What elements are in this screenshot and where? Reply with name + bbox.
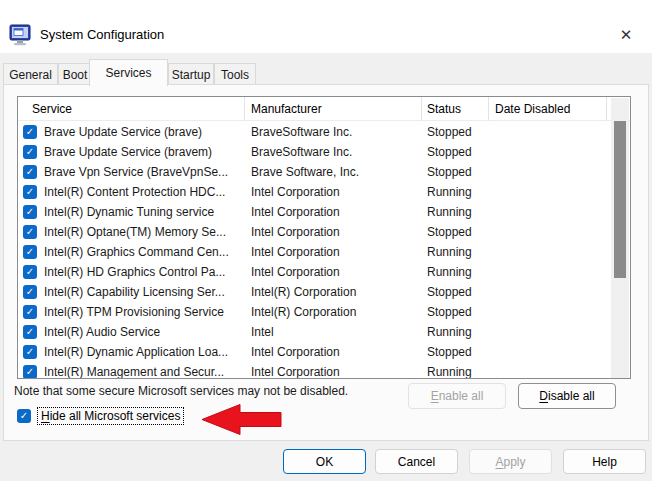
column-header-date-disabled[interactable]: Date Disabled	[489, 97, 607, 121]
service-manufacturer: Intel	[251, 325, 274, 339]
tab-startup[interactable]: Startup	[168, 63, 214, 85]
service-table-row[interactable]: ✓ Intel(R) Capability Licensing Ser... I…	[18, 282, 611, 302]
service-manufacturer: Intel Corporation	[251, 205, 340, 219]
service-checkbox[interactable]: ✓	[23, 345, 37, 359]
tab-boot[interactable]: Boot	[58, 63, 92, 85]
cancel-label: Cancel	[398, 455, 435, 469]
tab-tools[interactable]: Tools	[214, 63, 256, 85]
service-name: Intel(R) Optane(TM) Memory Se...	[44, 225, 226, 239]
service-status: Running	[427, 325, 472, 339]
service-status: Running	[427, 265, 472, 279]
service-table-row[interactable]: ✓ Intel(R) Graphics Command Cen... Intel…	[18, 242, 611, 262]
service-name: Brave Update Service (brave)	[44, 125, 202, 139]
note-text: Note that some secure Microsoft services…	[14, 384, 348, 398]
service-table-row[interactable]: ✓ Brave Update Service (bravem) BraveSof…	[18, 142, 611, 162]
service-checkbox[interactable]: ✓	[23, 305, 37, 319]
tab-services[interactable]: Services	[89, 59, 168, 86]
service-name: Intel(R) Graphics Command Cen...	[44, 245, 229, 259]
service-checkbox[interactable]: ✓	[23, 165, 37, 179]
service-table-row[interactable]: ✓ Intel(R) TPM Provisioning Service Inte…	[18, 302, 611, 322]
system-configuration-dialog: System Configuration ✕ General Boot Serv…	[0, 0, 652, 481]
column-header-service[interactable]: Service	[18, 97, 245, 121]
column-header-status[interactable]: Status	[422, 97, 489, 121]
service-table-row[interactable]: ✓ Intel(R) Content Protection HDC... Int…	[18, 182, 611, 202]
service-name: Intel(R) Content Protection HDC...	[44, 185, 225, 199]
service-checkbox[interactable]: ✓	[23, 225, 37, 239]
title-bar: System Configuration ✕	[0, 0, 652, 53]
service-manufacturer: Intel Corporation	[251, 265, 340, 279]
service-manufacturer: Intel Corporation	[251, 365, 340, 378]
service-manufacturer: BraveSoftware Inc.	[251, 125, 352, 139]
service-table-row[interactable]: ✓ Brave Vpn Service (BraveVpnSe... Brave…	[18, 162, 611, 182]
service-checkbox[interactable]: ✓	[23, 265, 37, 279]
disable-all-label: Disable all	[539, 389, 594, 403]
service-status: Stopped	[427, 345, 472, 359]
service-checkbox[interactable]: ✓	[23, 325, 37, 339]
service-checkbox[interactable]: ✓	[23, 285, 37, 299]
service-table-row[interactable]: ✓ Intel(R) Optane(TM) Memory Se... Intel…	[18, 222, 611, 242]
check-icon: ✓	[26, 247, 34, 257]
column-header-manufacturer[interactable]: Manufacturer	[245, 97, 422, 121]
service-status: Stopped	[427, 165, 472, 179]
service-manufacturer: BraveSoftware Inc.	[251, 145, 352, 159]
enable-all-button[interactable]: Enable all	[408, 383, 506, 409]
service-status: Stopped	[427, 225, 472, 239]
services-tab-page: Service Manufacturer Status Date Disable…	[3, 84, 649, 441]
check-icon: ✓	[26, 327, 34, 337]
service-name: Intel(R) Management and Secur...	[44, 365, 224, 378]
service-table-row[interactable]: ✓ Brave Update Service (brave) BraveSoft…	[18, 122, 611, 142]
disable-all-button[interactable]: Disable all	[518, 383, 616, 409]
service-name: Intel(R) Dynamic Application Loa...	[44, 345, 228, 359]
hide-microsoft-checkbox[interactable]: ✓	[17, 409, 31, 423]
tab-startup-label: Startup	[172, 68, 211, 82]
help-label: Help	[592, 455, 617, 469]
service-checkbox[interactable]: ✓	[23, 145, 37, 159]
service-checkbox[interactable]: ✓	[23, 185, 37, 199]
check-icon: ✓	[26, 347, 34, 357]
service-table-row[interactable]: ✓ Intel(R) Dynamic Tuning service Intel …	[18, 202, 611, 222]
help-button[interactable]: Help	[563, 449, 646, 474]
service-table-body: ✓ Brave Update Service (brave) BraveSoft…	[18, 122, 611, 378]
tab-services-label: Services	[105, 66, 151, 80]
hide-microsoft-label[interactable]: Hide all Microsoft services	[37, 407, 184, 425]
service-manufacturer: Intel(R) Corporation	[251, 305, 356, 319]
msconfig-monitor-icon	[9, 24, 33, 46]
service-table-row[interactable]: ✓ Intel(R) Audio Service Intel Running	[18, 322, 611, 342]
dialog-footer: OK Cancel Apply Help	[0, 441, 652, 481]
service-status: Running	[427, 185, 472, 199]
check-icon: ✓	[26, 187, 34, 197]
service-name: Intel(R) TPM Provisioning Service	[44, 305, 224, 319]
service-status: Stopped	[427, 145, 472, 159]
service-name: Intel(R) Capability Licensing Ser...	[44, 285, 225, 299]
apply-button[interactable]: Apply	[469, 449, 552, 474]
check-icon: ✓	[26, 147, 34, 157]
scrollbar-thumb[interactable]	[614, 121, 626, 278]
service-checkbox[interactable]: ✓	[23, 205, 37, 219]
service-table-row[interactable]: ✓ Intel(R) Management and Secur... Intel…	[18, 362, 611, 378]
service-manufacturer: Intel Corporation	[251, 185, 340, 199]
hide-microsoft-checkbox-row[interactable]: ✓ Hide all Microsoft services	[17, 407, 184, 425]
service-table-row[interactable]: ✓ Intel(R) Dynamic Application Loa... In…	[18, 342, 611, 362]
service-manufacturer: Intel Corporation	[251, 345, 340, 359]
service-status: Stopped	[427, 285, 472, 299]
service-checkbox[interactable]: ✓	[23, 245, 37, 259]
service-manufacturer: Intel Corporation	[251, 225, 340, 239]
service-table-row[interactable]: ✓ Intel(R) HD Graphics Control Pa... Int…	[18, 262, 611, 282]
cancel-button[interactable]: Cancel	[375, 449, 458, 474]
tab-general[interactable]: General	[3, 63, 58, 85]
window-title: System Configuration	[40, 27, 164, 42]
service-status: Stopped	[427, 125, 472, 139]
ok-button[interactable]: OK	[283, 449, 366, 474]
close-icon[interactable]: ✕	[612, 22, 640, 48]
vertical-scrollbar[interactable]	[611, 98, 629, 379]
screenshot-canvas: System Configuration ✕ General Boot Serv…	[0, 0, 652, 500]
service-checkbox[interactable]: ✓	[23, 365, 37, 378]
service-checkbox[interactable]: ✓	[23, 125, 37, 139]
service-name: Brave Vpn Service (BraveVpnSe...	[44, 165, 228, 179]
service-manufacturer: Intel Corporation	[251, 245, 340, 259]
service-name: Intel(R) Dynamic Tuning service	[44, 205, 214, 219]
service-status: Running	[427, 205, 472, 219]
service-manufacturer: Intel(R) Corporation	[251, 285, 356, 299]
tab-general-label: General	[9, 68, 52, 82]
service-table: Service Manufacturer Status Date Disable…	[17, 96, 631, 379]
